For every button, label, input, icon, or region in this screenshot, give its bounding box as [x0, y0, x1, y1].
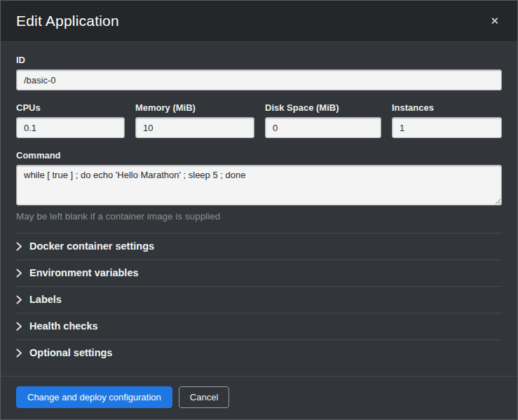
instances-input[interactable] — [392, 117, 502, 138]
instances-field-group: Instances — [392, 102, 502, 138]
cpus-label: CPUs — [16, 102, 125, 113]
cancel-button[interactable]: Cancel — [179, 386, 229, 408]
cpus-input[interactable] — [16, 117, 125, 138]
section-label: Environment variables — [29, 267, 139, 278]
command-label: Command — [16, 150, 502, 161]
chevron-right-icon — [16, 295, 26, 304]
id-input[interactable] — [16, 69, 502, 90]
edit-application-modal: Edit Application ✕ ID CPUs Memory (MiB) … — [0, 0, 518, 420]
section-labels[interactable]: Labels — [16, 287, 502, 313]
section-label: Labels — [29, 294, 62, 305]
section-environment-variables[interactable]: Environment variables — [16, 260, 502, 287]
section-label: Health checks — [29, 320, 98, 332]
memory-field-group: Memory (MiB) — [135, 102, 254, 138]
chevron-right-icon — [16, 242, 26, 251]
id-field-group: ID — [16, 55, 502, 90]
accordion-sections: Docker container settings Environment va… — [16, 233, 502, 366]
chevron-right-icon — [16, 269, 26, 278]
disk-input[interactable] — [265, 117, 381, 138]
cpus-field-group: CPUs — [16, 102, 125, 138]
command-textarea[interactable]: while [ true ] ; do echo 'Hello Marathon… — [16, 165, 502, 205]
command-help-text: May be left blank if a container image i… — [16, 211, 502, 222]
section-docker-container-settings[interactable]: Docker container settings — [16, 233, 502, 260]
resources-row: CPUs Memory (MiB) Disk Space (MiB) Insta… — [16, 102, 502, 138]
chevron-right-icon — [16, 322, 26, 331]
close-icon[interactable]: ✕ — [487, 14, 502, 27]
disk-field-group: Disk Space (MiB) — [265, 102, 381, 138]
section-label: Docker container settings — [29, 241, 154, 252]
page-title: Edit Application — [16, 13, 487, 29]
memory-input[interactable] — [135, 117, 254, 138]
section-optional-settings[interactable]: Optional settings — [16, 340, 502, 366]
disk-label: Disk Space (MiB) — [265, 102, 381, 113]
modal-header: Edit Application ✕ — [1, 1, 517, 41]
modal-footer: Change and deploy configuration Cancel — [1, 376, 517, 419]
section-health-checks[interactable]: Health checks — [16, 313, 502, 340]
section-label: Optional settings — [29, 347, 112, 358]
instances-label: Instances — [392, 102, 502, 113]
chevron-right-icon — [16, 348, 26, 358]
change-and-deploy-button[interactable]: Change and deploy configuration — [16, 386, 172, 408]
memory-label: Memory (MiB) — [135, 102, 254, 113]
command-field-group: Command while [ true ] ; do echo 'Hello … — [16, 150, 502, 222]
id-label: ID — [16, 55, 502, 65]
modal-body: ID CPUs Memory (MiB) Disk Space (MiB) In… — [1, 41, 517, 376]
